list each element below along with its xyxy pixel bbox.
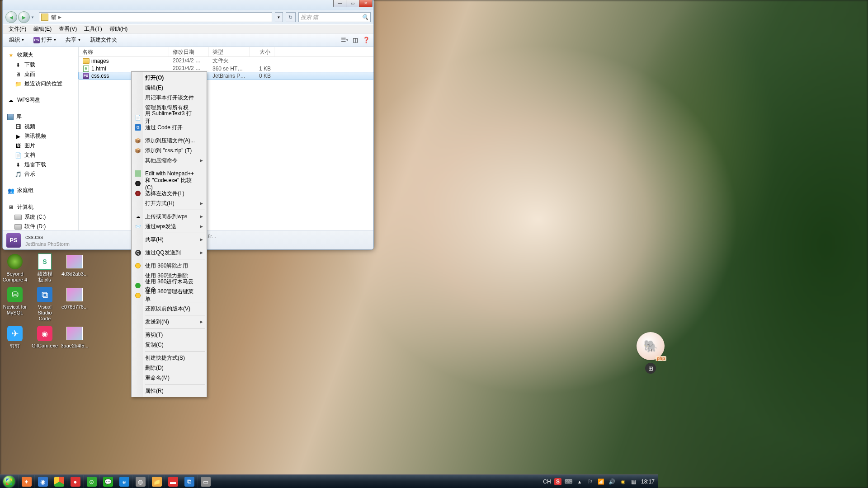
tray-sogou-icon[interactable]: S: [554, 478, 561, 485]
desktop-icon[interactable]: S绩效模板.xls: [32, 253, 58, 282]
column-date[interactable]: 修改日期: [169, 47, 209, 56]
menu-file[interactable]: 文件(F): [5, 24, 30, 34]
back-button[interactable]: ◄: [5, 11, 17, 23]
desktop-icon[interactable]: ◉GifCam.exe: [32, 325, 58, 349]
sidebar-computer[interactable]: 🖥计算机: [3, 202, 78, 212]
minimize-button[interactable]: —: [333, 0, 346, 7]
taskbar-item[interactable]: ⊙: [83, 475, 99, 488]
taskbar-item[interactable]: e: [116, 475, 132, 488]
column-name[interactable]: 名称: [79, 47, 169, 56]
breadcrumb-folder[interactable]: 猫: [50, 14, 57, 21]
preview-pane-button[interactable]: ◫: [351, 36, 360, 45]
qr-button[interactable]: ⊞: [645, 363, 656, 374]
context-menu-item[interactable]: 打开方式(H)▶: [132, 198, 206, 208]
sidebar-wps[interactable]: ☁WPS网盘: [3, 95, 78, 105]
context-menu-item[interactable]: 共享(H)▶: [132, 235, 206, 244]
context-menu-item[interactable]: 使用 360解除占用: [132, 261, 206, 271]
context-menu-item[interactable]: 打开(O): [132, 73, 206, 83]
taskbar-item[interactable]: ✦: [18, 475, 34, 488]
context-menu-item[interactable]: 使用 360管理右键菜单: [132, 291, 206, 300]
sidebar-downloads[interactable]: ⬇下载: [3, 60, 78, 70]
taskbar-item[interactable]: ▬: [165, 475, 181, 488]
context-menu-item[interactable]: 复制(C): [132, 340, 206, 350]
desktop-icon[interactable]: ✈钉钉: [2, 325, 28, 349]
context-menu-item[interactable]: 创建快捷方式(S): [132, 353, 206, 363]
context-menu-item[interactable]: 和 "Code.exe" 比较(C): [132, 178, 206, 188]
sidebar-favorites[interactable]: ★收藏夹: [3, 50, 78, 60]
tray-network-icon[interactable]: 📶: [598, 478, 605, 485]
tray-volume-icon[interactable]: 🔊: [609, 478, 616, 485]
column-size[interactable]: 大小: [250, 47, 274, 56]
menu-edit[interactable]: 编辑(E): [30, 24, 55, 34]
new-folder-button[interactable]: 新建文件夹: [86, 35, 121, 45]
address-dropdown[interactable]: ▼: [275, 12, 283, 22]
taskbar-item[interactable]: [51, 475, 67, 488]
context-menu-item[interactable]: 📦添加到压缩文件(A)...: [132, 136, 206, 145]
context-menu-item[interactable]: 用记事本打开该文件: [132, 93, 206, 103]
column-type[interactable]: 类型: [209, 47, 250, 56]
sidebar-recent[interactable]: 📁最近访问的位置: [3, 79, 78, 89]
sidebar-music[interactable]: 🎵音乐: [3, 169, 78, 179]
tray-flag-icon[interactable]: ⚐: [587, 478, 594, 485]
context-menu-item[interactable]: 重命名(M): [132, 373, 206, 383]
sidebar-drive-c[interactable]: 系统 (C:): [3, 212, 78, 222]
context-menu-item[interactable]: 📨通过wps发送▶: [132, 221, 206, 231]
open-button[interactable]: PS打开▼: [30, 35, 60, 45]
tray-ime[interactable]: CH: [543, 478, 551, 485]
sidebar-videos[interactable]: 🎞视频: [3, 122, 78, 131]
desktop-icon[interactable]: Beyond Compare 4: [2, 253, 28, 282]
taskbar-item[interactable]: ●: [67, 475, 83, 488]
organize-button[interactable]: 组织▼: [5, 35, 28, 45]
context-menu-item[interactable]: 选择左边文件(L): [132, 188, 206, 198]
file-row[interactable]: images2021/4/2 星期五 ...文件夹: [79, 57, 373, 65]
taskbar-item[interactable]: ◉: [34, 475, 51, 488]
tray-360-icon[interactable]: ◉: [619, 478, 627, 485]
sidebar-pictures[interactable]: 🖼图片: [3, 141, 78, 150]
menu-help[interactable]: 帮助(H): [106, 24, 132, 34]
context-menu-item[interactable]: 还原以前的版本(V): [132, 304, 206, 314]
taskbar-item[interactable]: 💬: [99, 475, 116, 488]
context-menu-item[interactable]: 剪切(T): [132, 330, 206, 340]
tray-keyboard-icon[interactable]: ⌨: [565, 478, 572, 485]
context-menu-item[interactable]: Q通过QQ发送到▶: [132, 248, 206, 258]
maximize-button[interactable]: ▭: [346, 0, 359, 7]
context-menu-item[interactable]: 📄用 SublimeText3 打开: [132, 113, 206, 122]
context-menu-item[interactable]: 删除(D): [132, 363, 206, 373]
context-menu-item[interactable]: 属性(R): [132, 386, 206, 396]
taskbar-item[interactable]: ▭: [197, 475, 213, 488]
context-menu-item[interactable]: 编辑(E): [132, 83, 206, 93]
search-input[interactable]: 搜索 猫 🔍: [298, 12, 371, 22]
address-bar[interactable]: 猫 ▶: [39, 12, 272, 22]
desktop-icon[interactable]: 4d3d2ab3...: [61, 253, 88, 282]
file-row[interactable]: PScss.css2021/4/22 星期...JetBrains PhpSto…: [78, 72, 374, 80]
title-bar[interactable]: — ▭ ✕: [3, 0, 373, 10]
tray-up-icon[interactable]: ▴: [576, 478, 583, 485]
close-button[interactable]: ✕: [359, 0, 373, 7]
view-mode-button[interactable]: ☰▾: [340, 36, 349, 45]
menu-view[interactable]: 查看(V): [55, 24, 80, 34]
sidebar-documents[interactable]: 📄文档: [3, 150, 78, 160]
sidebar-desktop[interactable]: 🖥桌面: [3, 70, 78, 79]
sidebar-tencent[interactable]: ▶腾讯视频: [3, 131, 78, 141]
menu-tools[interactable]: 工具(T): [80, 24, 105, 34]
context-menu-item[interactable]: ☁上传或同步到wps▶: [132, 211, 206, 221]
sidebar-homegroup[interactable]: 👥家庭组: [3, 185, 78, 196]
tray-clock[interactable]: 18:17: [641, 479, 655, 485]
desktop-icon[interactable]: ⧉Visual Studio Code: [32, 286, 58, 321]
taskbar-item[interactable]: ◍: [132, 475, 148, 488]
context-menu-item[interactable]: 📦添加到 "css.zip" (T): [132, 145, 206, 155]
desktop-icon[interactable]: 3aae2b4f5...: [61, 325, 88, 349]
taskbar-item[interactable]: 📁: [148, 475, 165, 488]
start-button[interactable]: [0, 475, 18, 488]
share-button[interactable]: 共享▼: [62, 35, 85, 45]
desktop-icon[interactable]: e076d776...: [61, 286, 88, 321]
help-button[interactable]: ❓: [362, 36, 371, 45]
context-menu-item[interactable]: 发送到(N)▶: [132, 317, 206, 327]
taskbar-item[interactable]: ⧉: [181, 475, 197, 488]
context-menu-item[interactable]: 其他压缩命令▶: [132, 155, 206, 165]
refresh-button[interactable]: ↻: [286, 12, 296, 22]
file-row[interactable]: e1.html2021/4/2 星期五 ...360 se HTML Do...…: [79, 65, 373, 72]
sidebar-drive-d[interactable]: 软件 (D:): [3, 222, 78, 230]
desktop-icon[interactable]: ⛁Navicat for MySQL: [2, 286, 28, 321]
sidebar-libraries[interactable]: 库: [3, 112, 78, 122]
